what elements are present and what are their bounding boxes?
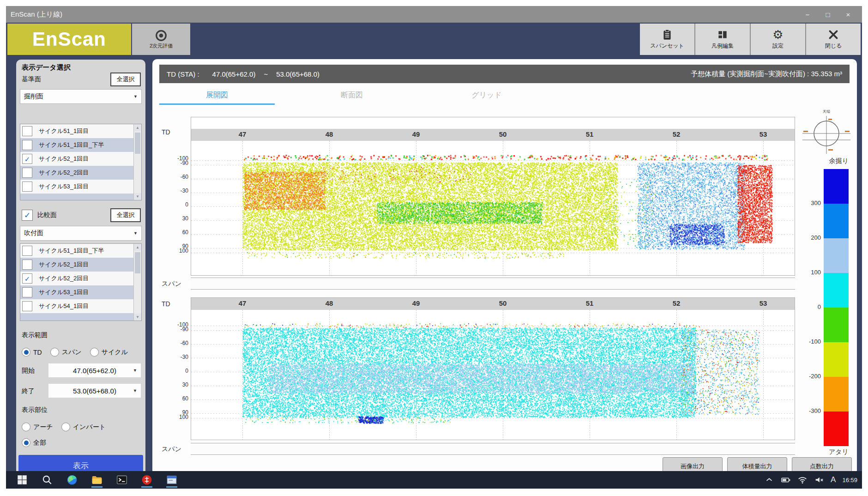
- tab-グリッド[interactable]: グリッド: [429, 89, 544, 105]
- part-radio-アーチ[interactable]: [22, 423, 30, 431]
- scrollbar[interactable]: ▲▼: [133, 244, 141, 321]
- y-tick-60: 60: [160, 395, 188, 402]
- ime-indicator[interactable]: A: [831, 475, 836, 484]
- td-tick-48: 48: [319, 299, 339, 307]
- compare-plane-dropdown[interactable]: 吹付面 ▼: [20, 226, 142, 241]
- main-panel: TD (STA) : 47.0(65+62.0) ~ 53.0(65+68.0)…: [152, 59, 857, 471]
- spanset-button[interactable]: スパンセット: [640, 24, 694, 55]
- y-tick--60: -60: [160, 174, 188, 180]
- part-radio-全部[interactable]: [22, 438, 30, 447]
- chart1-canvas[interactable]: [191, 141, 795, 276]
- compare-cycle-checkbox[interactable]: ✓: [22, 273, 32, 284]
- compare-cycle-row[interactable]: ✓サイクル52_2回目: [20, 272, 141, 285]
- chart2-canvas[interactable]: [191, 310, 795, 440]
- end-dropdown[interactable]: 53.0(65+68.0) ▼: [48, 384, 141, 398]
- legend-tick-100: 100: [796, 269, 821, 276]
- scroll-thumb[interactable]: [135, 252, 140, 273]
- display-part-radios: アーチインバート: [22, 423, 111, 431]
- compare-cycle-row[interactable]: サイクル52_1回目: [20, 258, 141, 272]
- scroll-down-icon[interactable]: ▼: [134, 314, 141, 321]
- chevron-down-icon: ▼: [133, 368, 137, 373]
- scrollbar[interactable]: ▲▼: [133, 124, 141, 200]
- settings-button[interactable]: ⚙設定: [750, 24, 805, 55]
- base-cycle-checkbox[interactable]: [22, 168, 32, 178]
- compare-cycle-row[interactable]: サイクル54_1回目: [20, 299, 141, 313]
- base-plane-dropdown[interactable]: 掘削面 ▼: [20, 89, 142, 104]
- start-dropdown[interactable]: 47.0(65+62.0) ▼: [48, 363, 141, 377]
- part-radio-インバート[interactable]: [61, 423, 70, 431]
- compare-plane-label: 比較面: [37, 211, 57, 219]
- legend-segment-0: [824, 169, 849, 204]
- base-cycle-row[interactable]: サイクル52_2回目: [20, 166, 141, 180]
- base-cycle-label: サイクル53_1回目: [39, 182, 89, 191]
- base-cycle-checkbox[interactable]: ✓: [22, 154, 32, 164]
- base-cycle-checkbox[interactable]: [22, 181, 32, 192]
- wifi-icon[interactable]: [797, 473, 808, 486]
- taskbar-clock[interactable]: 16:59: [842, 477, 857, 484]
- search-icon[interactable]: [39, 472, 55, 488]
- tab-展開図[interactable]: 展開図: [159, 89, 275, 105]
- range-radio-TD[interactable]: [22, 348, 30, 357]
- minimize-button[interactable]: −: [797, 6, 818, 23]
- app-red-icon[interactable]: [139, 472, 155, 488]
- volume-export-button[interactable]: 体積量出力: [727, 457, 787, 471]
- range-radio-スパン[interactable]: [50, 348, 59, 357]
- compare-plane-checkbox[interactable]: ✓: [22, 210, 33, 221]
- base-cycle-label: サイクル52_2回目: [39, 169, 89, 177]
- td-tick-53: 53: [753, 130, 773, 138]
- compare-cycle-checkbox[interactable]: [22, 287, 32, 297]
- base-cycle-row[interactable]: サイクル51_1回目_下半: [20, 138, 141, 152]
- legend-edit-button[interactable]: 凡例編集: [694, 24, 750, 55]
- compare-cycle-row[interactable]: サイクル51_1回目_下半: [20, 244, 141, 258]
- scroll-up-icon[interactable]: ▲: [134, 124, 141, 131]
- compass-icon: [799, 114, 854, 156]
- scroll-thumb[interactable]: [135, 133, 140, 154]
- base-cycle-row[interactable]: サイクル53_1回目: [20, 180, 141, 194]
- close-app-button-label: 閉じる: [825, 42, 842, 50]
- td-tick-52: 52: [666, 130, 687, 138]
- range-radio-サイクル[interactable]: [90, 348, 99, 357]
- explorer-icon[interactable]: [89, 472, 105, 488]
- battery-icon[interactable]: [781, 473, 791, 486]
- image-export-button[interactable]: 画像出力: [663, 457, 723, 471]
- compare-cycle-checkbox[interactable]: [22, 246, 32, 256]
- td-axis-label-2: TD: [162, 300, 170, 308]
- base-cycle-label: サイクル51_1回目_下半: [39, 141, 104, 149]
- base-cycle-checkbox[interactable]: [22, 126, 32, 136]
- compare-cycle-checkbox[interactable]: [22, 260, 32, 270]
- part-radio-label: インバート: [73, 423, 106, 431]
- scroll-up-icon[interactable]: ▲: [134, 244, 141, 251]
- base-cycle-checkbox[interactable]: [22, 140, 32, 150]
- base-select-all-button[interactable]: 全選択: [110, 73, 141, 86]
- base-plane-dropdown-value: 掘削面: [24, 92, 133, 101]
- compare-plane-toggle[interactable]: ✓ 比較面: [22, 210, 57, 221]
- sidebar: 表示データ選択 基準面 全選択 掘削面 ▼ サイクル51_1回目サイクル51_1…: [16, 60, 145, 471]
- chevron-up-icon[interactable]: [764, 473, 774, 486]
- eval-2d-label: 2次元評価: [150, 42, 173, 49]
- compare-cycle-checkbox[interactable]: [22, 301, 32, 311]
- compare-select-all-button[interactable]: 全選択: [110, 208, 141, 222]
- show-button[interactable]: 表示: [18, 455, 143, 471]
- close-app-button[interactable]: 閉じる: [805, 24, 861, 55]
- base-cycle-row[interactable]: ✓サイクル52_1回目: [20, 152, 141, 166]
- compare-cycle-row[interactable]: サイクル53_1回目: [20, 285, 141, 299]
- span-axis-label-1: スパン: [162, 280, 181, 288]
- maximize-button[interactable]: □: [818, 6, 838, 23]
- legend-edit-button-label: 凡例編集: [711, 42, 734, 50]
- start-label: 開始: [22, 367, 35, 375]
- eval-2d-button[interactable]: 2次元評価: [132, 24, 190, 55]
- base-cycle-row[interactable]: サイクル51_1回目: [20, 124, 141, 138]
- tab-断面図[interactable]: 断面図: [294, 89, 410, 105]
- legend-segment-1: [824, 204, 849, 238]
- close-button[interactable]: ×: [838, 6, 858, 23]
- terminal-icon[interactable]: [114, 472, 130, 488]
- start-icon[interactable]: [14, 472, 30, 488]
- compare-cycle-label: サイクル52_1回目: [39, 260, 89, 269]
- app-window-icon[interactable]: [164, 472, 180, 488]
- td-tick-53: 53: [753, 299, 773, 307]
- points-export-button[interactable]: 点数出力: [792, 457, 852, 471]
- edge-icon[interactable]: [64, 472, 80, 488]
- volume-muted-icon[interactable]: [814, 473, 824, 486]
- app-header: EnScan 2次元評価 スパンセット凡例編集⚙設定閉じる: [6, 23, 862, 56]
- scroll-down-icon[interactable]: ▼: [134, 193, 141, 200]
